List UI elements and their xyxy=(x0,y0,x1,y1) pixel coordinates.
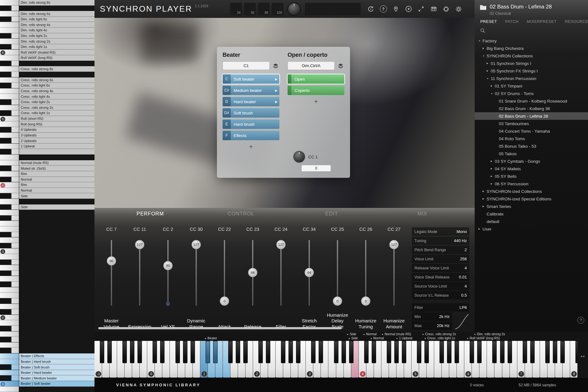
articulation-label[interactable]: Roll (short RS) xyxy=(19,116,94,122)
rail-key-row[interactable]: Normal (mute RS) xyxy=(0,160,94,166)
rail-piano-key[interactable] xyxy=(0,133,19,138)
rail-piano-key[interactable] xyxy=(0,105,19,111)
rail-piano-key[interactable] xyxy=(0,276,19,282)
rail-piano-key[interactable] xyxy=(0,39,19,44)
rail-piano-key[interactable] xyxy=(0,204,19,210)
black-key[interactable] xyxy=(530,341,535,363)
black-key[interactable] xyxy=(122,341,127,363)
rail-key-row[interactable] xyxy=(0,271,94,276)
setting-row[interactable]: Tuning440 Hz xyxy=(412,236,469,245)
rail-piano-key[interactable] xyxy=(0,17,19,22)
rail-key-row[interactable]: 2 Upbeats xyxy=(0,138,94,144)
keyboard-resize-icon[interactable]: ↔ xyxy=(580,352,586,359)
black-key[interactable] xyxy=(387,341,391,363)
black-key[interactable] xyxy=(492,341,497,363)
tree-collapsed-arrow-icon[interactable]: ▶ xyxy=(491,175,495,177)
perform-tab-control[interactable]: CONTROL xyxy=(196,211,286,217)
rail-key-row[interactable] xyxy=(0,387,94,392)
slider-track-area[interactable]: 90 xyxy=(106,240,116,306)
rail-key-row[interactable] xyxy=(0,293,94,298)
help-icon[interactable]: ? xyxy=(380,5,387,13)
rail-piano-key[interactable] xyxy=(0,375,19,381)
rail-key-row[interactable]: Cresc. rolls strong 4s xyxy=(0,88,94,94)
rail-piano-key[interactable] xyxy=(0,293,19,298)
tree-item[interactable]: ▶04 SY Mallets xyxy=(475,165,588,172)
tree-item[interactable]: ▼Factory xyxy=(475,37,588,45)
black-key[interactable] xyxy=(417,341,421,363)
slider-track-area[interactable]: 0 xyxy=(332,240,343,306)
tree-item[interactable]: ▶SYNCHRON-ized Special Editions xyxy=(475,195,588,203)
black-key[interactable] xyxy=(228,341,233,363)
slider-thumb[interactable]: 127 xyxy=(135,240,144,249)
black-key[interactable] xyxy=(553,341,557,363)
rail-piano-key[interactable] xyxy=(0,22,19,28)
beater-key-dropdown[interactable]: C1 xyxy=(223,61,270,70)
rail-piano-key[interactable] xyxy=(0,33,19,39)
black-key[interactable] xyxy=(402,341,406,363)
black-key[interactable] xyxy=(349,341,353,363)
tree-item[interactable]: 05 Taikos xyxy=(475,150,588,157)
black-key[interactable] xyxy=(191,341,195,363)
tree-item[interactable]: 03 Tambourines xyxy=(475,120,588,127)
articulation-label[interactable]: Dim. rolls light 4s xyxy=(19,28,94,33)
black-key[interactable] xyxy=(258,341,263,363)
tree-collapsed-arrow-icon[interactable]: ▶ xyxy=(491,183,495,185)
black-key[interactable] xyxy=(311,341,316,363)
rail-piano-key[interactable] xyxy=(0,61,19,66)
rail-key-row[interactable]: Dim. rolls light 6s xyxy=(0,17,94,22)
rail-key-row[interactable]: Roll (long RS) xyxy=(0,121,94,127)
search-icon[interactable] xyxy=(480,28,588,34)
rail-key-row[interactable] xyxy=(0,320,94,326)
rail-key-row[interactable]: Roll VelXF (long RS) xyxy=(0,55,94,61)
rail-piano-key[interactable] xyxy=(0,193,19,199)
cc-slider[interactable]: CC 260HumanizeTuning xyxy=(352,227,380,330)
black-key[interactable] xyxy=(523,341,527,363)
articulation-label[interactable]: Beater | Soft beater xyxy=(19,381,94,387)
browser-help-icon[interactable]: ? xyxy=(577,317,584,324)
black-key[interactable] xyxy=(213,341,218,363)
articulation-label[interactable]: Side xyxy=(19,193,94,199)
black-key[interactable] xyxy=(100,341,104,363)
rail-piano-key[interactable] xyxy=(0,232,19,238)
tree-item[interactable]: Calibrate xyxy=(475,210,588,218)
slider-thumb[interactable]: 127 xyxy=(276,240,286,249)
tree-collapsed-arrow-icon[interactable]: ▶ xyxy=(487,62,491,65)
articulation-label[interactable]: Beater | Medium beater xyxy=(19,375,94,381)
cc-slider[interactable]: CC 3464StretchFactor xyxy=(295,227,323,330)
articulation-label[interactable]: Normal xyxy=(19,188,94,193)
slider-track-area[interactable]: 0 xyxy=(219,240,229,306)
black-key[interactable] xyxy=(334,341,338,363)
rail-piano-key[interactable] xyxy=(0,364,19,370)
rail-piano-key[interactable] xyxy=(0,226,19,232)
rail-key-row[interactable] xyxy=(0,276,94,282)
black-key[interactable] xyxy=(394,341,399,363)
articulation-label[interactable]: Dim. rolls light 6s xyxy=(19,17,94,22)
rail-piano-key[interactable] xyxy=(0,271,19,276)
tree-collapsed-arrow-icon[interactable]: ▶ xyxy=(491,167,495,170)
slider-track-area[interactable]: 0 xyxy=(361,240,371,306)
articulation-label[interactable]: Cresc. rolls strong 6s xyxy=(19,77,94,83)
cc-slider[interactable]: CC 27127HumanizeAmount xyxy=(380,227,408,330)
tree-item[interactable]: ▼02 SY Drums - Toms xyxy=(475,90,588,97)
rail-piano-key[interactable] xyxy=(0,243,19,249)
rail-key-row[interactable] xyxy=(0,287,94,293)
rail-key-row[interactable]: Cresc. rolls strong 6s xyxy=(0,77,94,83)
rail-key-row[interactable] xyxy=(0,210,94,215)
rail-key-row[interactable]: Beater | Hard beater xyxy=(0,370,94,376)
rail-key-row[interactable] xyxy=(0,232,94,238)
black-key[interactable] xyxy=(560,341,565,363)
black-key[interactable] xyxy=(470,341,474,363)
rail-key-row[interactable]: Beater | Medium beater xyxy=(0,375,94,381)
black-key[interactable] xyxy=(545,341,550,363)
slider-track-area[interactable]: 127 xyxy=(389,240,399,306)
rail-piano-key[interactable] xyxy=(0,309,19,315)
articulation-label[interactable]: Dim. rolls strong 4s xyxy=(19,22,94,28)
black-key[interactable] xyxy=(477,341,482,363)
rail-piano-key[interactable] xyxy=(0,127,19,133)
rail-key-row[interactable]: Muted str. (SoS) xyxy=(0,166,94,171)
rail-piano-key[interactable] xyxy=(0,304,19,310)
slider-track-area[interactable]: 127 xyxy=(135,240,145,306)
tree-item[interactable]: ▼11 Synchron Percussion xyxy=(475,75,588,82)
setting-row[interactable]: Source Voice Limit4 xyxy=(412,282,469,290)
black-key[interactable] xyxy=(424,341,429,363)
